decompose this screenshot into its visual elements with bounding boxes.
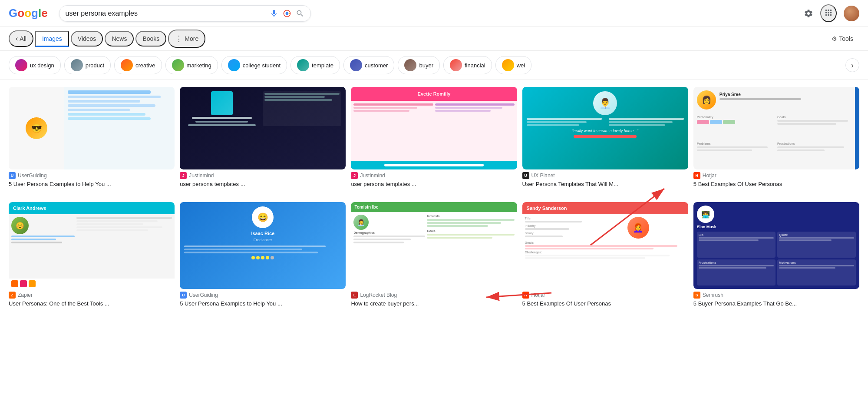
chip-thumb-creative xyxy=(121,59,133,71)
search-button[interactable] xyxy=(296,9,304,18)
results-wrapper: 😎 U UserGuiding 5 User xyxy=(0,80,868,315)
tab-images[interactable]: Images xyxy=(35,31,69,47)
chip-label-college: college student xyxy=(243,62,281,69)
card-title-uxplanet: User Persona Templates That Will M... xyxy=(522,180,688,188)
google-logo: Google xyxy=(9,7,48,20)
result-image-userguiding-2: 😄 Isaac Rice Freelancer xyxy=(180,202,346,289)
result-image-justinmind-1 xyxy=(180,87,346,169)
lens-button[interactable] xyxy=(283,9,291,18)
tab-back[interactable]: ‹ All xyxy=(9,30,33,47)
card-title-hotjar-2: 5 Best Examples Of User Personas xyxy=(522,300,688,308)
source-name-logrocket: LogRocket Blog xyxy=(360,292,397,298)
result-card-justinmind-1[interactable]: J Justinmind user persona templates ... xyxy=(180,87,346,188)
source-name-userguiding-2: UserGuiding xyxy=(189,292,218,298)
source-name-zapier: Zapier xyxy=(18,292,33,298)
source-icon-semrush: S xyxy=(693,292,700,299)
result-card-hotjar-2[interactable]: Sandy Sanderson Title: Industry: Salary: xyxy=(522,202,688,308)
result-card-hotjar-1[interactable]: 👩 Priya Sree Personality xyxy=(693,87,859,188)
chip-thumb-wel xyxy=(502,59,514,71)
results-grid-row1: 😎 U UserGuiding 5 User xyxy=(0,80,868,195)
result-card-userguiding-2[interactable]: 😄 Isaac Rice Freelancer xyxy=(180,202,346,308)
chip-product[interactable]: product xyxy=(64,56,111,74)
chip-thumb-product xyxy=(71,59,83,71)
tools-button[interactable]: ⚙ Tools xyxy=(825,32,859,46)
tab-news-label: News xyxy=(112,35,127,42)
source-name-userguiding-1: UserGuiding xyxy=(18,173,47,179)
settings-button[interactable] xyxy=(804,9,813,18)
card-title-logrocket: How to create buyer pers... xyxy=(351,300,517,308)
chip-customer[interactable]: customer xyxy=(343,56,394,74)
result-image-justinmind-2: Evette Romilly xyxy=(351,87,517,169)
source-icon-logrocket: L xyxy=(351,292,358,299)
chip-thumb-marketing xyxy=(172,59,184,71)
card-source-userguiding-2: U UserGuiding xyxy=(180,292,346,299)
card-source-hotjar-2: H Hotjar xyxy=(522,292,688,299)
tab-books-label: Books xyxy=(142,35,159,42)
source-name-justinmind-2: Justinmind xyxy=(360,173,385,179)
chip-financial[interactable]: financial xyxy=(443,56,492,74)
search-bar: user persona examples xyxy=(59,5,311,22)
chip-buyer[interactable]: buyer xyxy=(398,56,440,74)
search-input[interactable]: user persona examples xyxy=(66,10,265,17)
card-title-justinmind-1: user persona templates ... xyxy=(180,180,346,188)
card-source-userguiding-1: U UserGuiding xyxy=(9,172,175,179)
chip-ux-design[interactable]: ux design xyxy=(9,56,61,74)
result-card-logrocket[interactable]: Tomisin Ibe 👩‍💼 Demographics Interests xyxy=(351,202,517,308)
chip-label-ux: ux design xyxy=(30,62,54,69)
card-source-logrocket: L LogRocket Blog xyxy=(351,292,517,299)
chip-thumb-customer xyxy=(350,59,362,71)
result-image-hotjar-1: 👩 Priya Sree Personality xyxy=(693,87,859,169)
card-source-justinmind-2: J Justinmind xyxy=(351,172,517,179)
source-icon-justinmind-2: J xyxy=(351,172,358,179)
chip-label-wel: wel xyxy=(517,62,525,69)
result-card-zapier[interactable]: Clark Andrews 😊 xyxy=(9,202,175,308)
card-title-userguiding-1: 5 User Persona Examples to Help You ... xyxy=(9,180,175,188)
source-icon-userguiding-1: U xyxy=(9,172,16,179)
result-image-userguiding-1: 😎 xyxy=(9,87,175,169)
source-name-justinmind-1: Justinmind xyxy=(189,173,214,179)
tab-books[interactable]: Books xyxy=(135,31,166,46)
chevron-right-icon: › xyxy=(851,61,854,70)
result-card-userguiding-1[interactable]: 😎 U UserGuiding 5 User xyxy=(9,87,175,188)
result-card-justinmind-2[interactable]: Evette Romilly xyxy=(351,87,517,188)
header-right xyxy=(804,4,859,22)
chip-thumb-financial xyxy=(450,59,462,71)
result-image-zapier: Clark Andrews 😊 xyxy=(9,202,175,289)
tab-more[interactable]: ⋮ More xyxy=(168,30,205,48)
tools-label: Tools xyxy=(839,35,853,42)
chip-template[interactable]: template xyxy=(290,56,340,74)
chip-marketing[interactable]: marketing xyxy=(165,56,218,74)
avatar[interactable] xyxy=(844,6,859,21)
result-card-semrush[interactable]: 👨‍💻 Elon Musk Bio Quote xyxy=(693,202,859,308)
chip-wel[interactable]: wel xyxy=(495,56,532,74)
chip-label-template: template xyxy=(312,62,333,69)
apps-button[interactable] xyxy=(820,4,837,22)
source-name-semrush: Semrush xyxy=(703,292,723,298)
tab-news[interactable]: News xyxy=(105,31,134,46)
svg-point-1 xyxy=(285,12,288,15)
card-title-hotjar-1: 5 Best Examples Of User Personas xyxy=(693,180,859,188)
card-title-semrush: 5 Buyer Persona Examples That Go Be... xyxy=(693,300,859,308)
back-arrow-icon: ‹ xyxy=(16,35,18,43)
card-source-semrush: S Semrush xyxy=(693,292,859,299)
result-image-hotjar-2: Sandy Sanderson Title: Industry: Salary: xyxy=(522,202,688,289)
result-card-uxplanet[interactable]: 👨‍💼 "really want to crea xyxy=(522,87,688,188)
chip-creative[interactable]: creative xyxy=(114,56,162,74)
result-image-uxplanet: 👨‍💼 "really want to crea xyxy=(522,87,688,169)
microphone-button[interactable] xyxy=(270,9,278,18)
tools-icon: ⚙ xyxy=(832,35,837,42)
source-icon-hotjar-1: H xyxy=(693,172,700,179)
tab-videos[interactable]: Videos xyxy=(71,31,103,46)
card-source-hotjar-1: H Hotjar xyxy=(693,172,859,179)
source-icon-justinmind-1: J xyxy=(180,172,187,179)
card-title-justinmind-2: user persona templates ... xyxy=(351,180,517,188)
chips-next-button[interactable]: › xyxy=(845,58,859,72)
chip-thumb-college xyxy=(228,59,240,71)
search-icons xyxy=(270,9,304,18)
result-image-logrocket: Tomisin Ibe 👩‍💼 Demographics Interests xyxy=(351,202,517,289)
chip-label-product: product xyxy=(86,62,104,69)
source-name-hotjar-1: Hotjar xyxy=(703,173,716,179)
nav-tabs: ‹ All Images Videos News Books ⋮ More ⚙ … xyxy=(0,27,868,51)
chip-college-student[interactable]: college student xyxy=(221,56,287,74)
chip-label-customer: customer xyxy=(365,62,388,69)
